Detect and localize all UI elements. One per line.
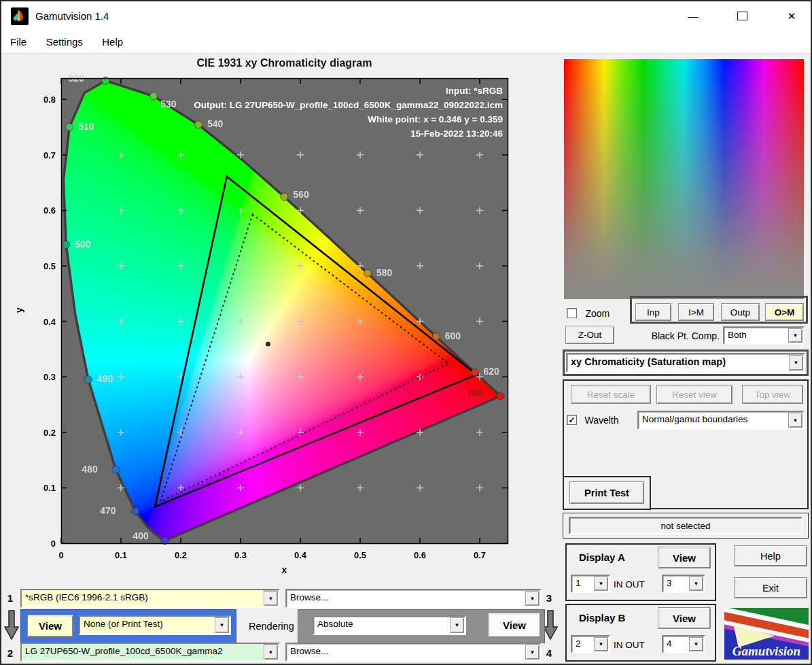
browse4-value: Browse... (287, 644, 525, 660)
inp-button[interactable]: Inp (635, 303, 671, 321)
dropdown-arrow-icon[interactable]: ▼ (525, 591, 540, 606)
display-a-inout-label: IN OUT (614, 579, 645, 590)
slot2-label: 2 (4, 647, 16, 659)
close-button[interactable]: ✕ (773, 1, 811, 31)
reset-scale-button[interactable]: Reset scale (571, 385, 651, 404)
display-b-in-value: 2 (572, 636, 593, 652)
display-mode-value: xy Chromaticity (Saturation map) (567, 354, 788, 371)
minimize-button[interactable]: — (674, 1, 712, 31)
black-pt-comp-select[interactable]: Both ▼ (723, 326, 805, 345)
chromaticity-figure: CIE 1931 xy Chromaticity diagram Input: … (1, 54, 559, 585)
help-button[interactable]: Help (734, 545, 807, 566)
boundaries-value: Normal/gamut boundaries (639, 412, 788, 428)
boundaries-select[interactable]: Normal/gamut boundaries ▼ (637, 411, 805, 430)
zoom-checkbox-box[interactable] (567, 308, 577, 318)
black-pt-comp-value: Both (724, 328, 788, 343)
dropdown-arrow-icon[interactable]: ▼ (789, 355, 803, 371)
view-left-button[interactable]: View (27, 615, 73, 637)
display-b-title: Display B (579, 612, 625, 624)
display-b-view-button[interactable]: View (658, 607, 711, 629)
slot3-label: 3 (543, 592, 555, 604)
profile1-select[interactable]: *sRGB (IEC6 1996-2.1 sRGB) ▼ (20, 589, 280, 608)
display-a-view-label: View (673, 552, 696, 564)
wavelth-checkbox-box[interactable]: ✓ (567, 415, 577, 425)
logo-text: Gamutvision (724, 644, 809, 659)
dropdown-arrow-icon[interactable]: ▼ (788, 413, 802, 428)
z-out-button[interactable]: Z-Out (565, 326, 614, 344)
menu-file[interactable]: File (1, 31, 35, 48)
down-arrow-icon (543, 609, 558, 642)
black-pt-comp-label: Black Pt. Comp. (623, 330, 720, 341)
help-button-label: Help (760, 551, 781, 562)
display-b-out-value: 4 (663, 636, 688, 652)
i-to-m-button[interactable]: I>M (678, 303, 714, 321)
print-test-label: Print Test (584, 488, 629, 498)
chart-annotations: Input: *sRGB Output: LG 27UP650-W_profil… (69, 84, 503, 141)
dropdown-arrow-icon[interactable]: ▼ (264, 591, 278, 606)
display-b-out-select[interactable]: 4 ▼ (662, 635, 705, 653)
dropdown-arrow-icon[interactable]: ▼ (594, 577, 608, 591)
dropdown-arrow-icon[interactable]: ▼ (215, 617, 229, 633)
zoom-checkbox-label: Zoom (585, 308, 610, 319)
rendering-intent-value: Absolute (314, 617, 449, 634)
wavelth-checkbox-label: Wavelth (584, 415, 618, 426)
dropdown-arrow-icon[interactable]: ▼ (525, 645, 540, 660)
app-window: Gamutvision 1.4 — ✕ File Settings Help C… (0, 0, 812, 665)
title-bar: Gamutvision 1.4 — ✕ (1, 1, 811, 31)
o-to-m-button[interactable]: O>M (765, 303, 804, 321)
display-a-view-button[interactable]: View (658, 547, 711, 568)
dropdown-arrow-icon[interactable]: ▼ (689, 637, 703, 651)
profile-panel: 1 *sRGB (IEC6 1996-2.1 sRGB) ▼ Browse...… (1, 585, 559, 665)
dropdown-arrow-icon[interactable]: ▼ (450, 617, 464, 633)
zoom-checkbox[interactable]: Zoom (567, 307, 610, 319)
maximize-button[interactable] (723, 1, 761, 31)
reset-view-button[interactable]: Reset view (656, 385, 732, 404)
display-a-out-select[interactable]: 3 ▼ (662, 575, 705, 593)
app-icon (11, 7, 29, 25)
top-view-label: Top view (755, 390, 791, 400)
browse3-select[interactable]: Browse... ▼ (285, 589, 542, 608)
minimize-icon: — (688, 10, 699, 22)
outp-button-label: Outp (730, 307, 750, 318)
display-mode-select[interactable]: xy Chromaticity (Saturation map) ▼ (566, 353, 805, 373)
browse4-select[interactable]: Browse... ▼ (285, 643, 542, 662)
browse3-value: Browse... (287, 590, 525, 607)
rendering-intent-select[interactable]: Absolute ▼ (313, 615, 466, 635)
maximize-icon (737, 12, 747, 20)
check-icon: ✓ (568, 415, 575, 425)
wavelth-checkbox[interactable]: ✓ Wavelth (567, 413, 619, 426)
annotation-white-point: White point: x = 0.346 y = 0.359 (69, 112, 503, 126)
display-b-in-select[interactable]: 2 ▼ (571, 635, 610, 653)
dropdown-arrow-icon[interactable]: ▼ (594, 637, 608, 651)
display-a-out-value: 3 (663, 576, 688, 592)
exit-button-label: Exit (762, 583, 779, 594)
window-title: Gamutvision 1.4 (35, 10, 109, 22)
view-right-button[interactable]: View (488, 613, 541, 638)
menu-help[interactable]: Help (94, 31, 131, 48)
chart-title: CIE 1931 xy Chromaticity diagram (61, 57, 508, 69)
top-view-button[interactable]: Top view (742, 385, 803, 404)
exit-button[interactable]: Exit (734, 577, 807, 598)
x-axis-label: x (61, 564, 508, 575)
profile2-select[interactable]: LG 27UP650-W_profile_100cd_6500K_gamma2 … (20, 643, 280, 662)
dropdown-arrow-icon[interactable]: ▼ (264, 645, 278, 660)
menu-bar: File Settings Help (1, 31, 811, 54)
print-test-button[interactable]: Print Test (569, 481, 644, 504)
y-axis-label: y (14, 296, 24, 324)
reset-scale-label: Reset scale (587, 390, 635, 400)
display-a-in-select[interactable]: 1 ▼ (571, 575, 610, 593)
printer-profile-select[interactable]: None (or Print Test) ▼ (79, 615, 231, 635)
display-a-in-value: 1 (572, 576, 593, 592)
display-a-title: Display A (579, 551, 625, 563)
status-bar: not selected (569, 517, 802, 534)
outp-button[interactable]: Outp (721, 303, 760, 321)
profile1-value: *sRGB (IEC6 1996-2.1 sRGB) (22, 590, 263, 607)
menu-settings[interactable]: Settings (38, 31, 91, 48)
dropdown-arrow-icon[interactable]: ▼ (788, 328, 802, 343)
slot4-label: 4 (543, 647, 555, 659)
dropdown-arrow-icon[interactable]: ▼ (689, 577, 703, 591)
close-icon: ✕ (788, 10, 796, 22)
display-b-inout-label: IN OUT (614, 640, 645, 650)
inp-button-label: Inp (647, 307, 660, 318)
o-to-m-button-label: O>M (775, 307, 795, 318)
